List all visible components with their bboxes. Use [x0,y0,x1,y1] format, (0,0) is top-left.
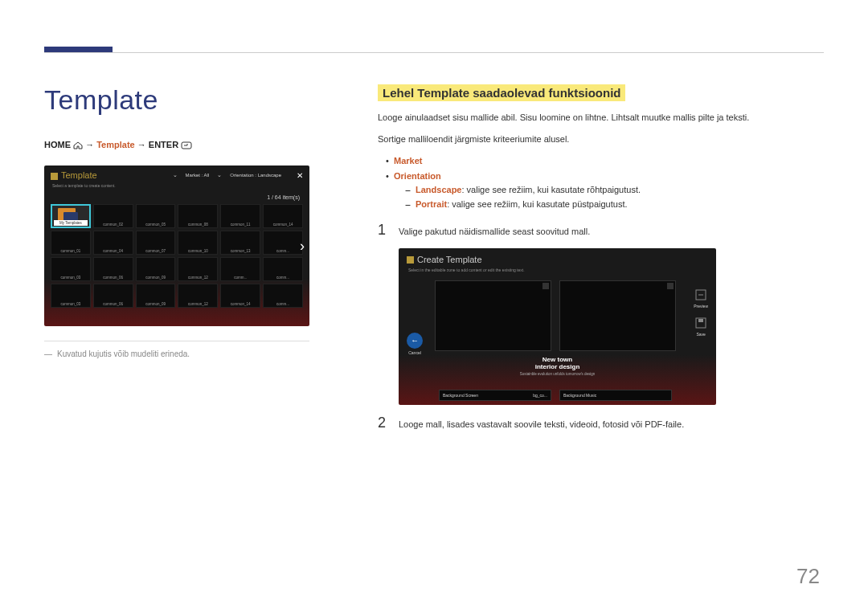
breadcrumb-arrow2: → [137,140,146,149]
left-column: Template HOME → Template → ENTER Templat… [44,84,334,441]
page-title: Template [44,84,334,116]
sub-bullet-portrait: ‒Portrait: valige see režiim, kui kasuta… [405,198,820,212]
ss1-filters: ⌄ Market : All ⌄ Orientation : Landscape [173,172,281,178]
save-icon [694,317,707,329]
template-cell: common_11 [220,204,260,228]
template-cell: common_12 [178,257,218,281]
divider [44,341,309,341]
template-list-screenshot: Template Select a template to create con… [44,166,309,326]
enter-icon [181,141,192,149]
template-cell: common_05 [136,204,176,228]
tab-background-music: Background Music [559,390,672,401]
template-cell: common_08 [178,204,218,228]
breadcrumb-home: HOME [44,140,71,149]
step-1-number: 1 [378,222,387,239]
breadcrumb-arrow1: → [85,140,94,149]
screenshot-caption: ―Kuvatud kujutis võib mudeliti erineda. [44,349,334,358]
template-cell: comm... [263,231,303,255]
create-template-screenshot: Create Template Select in the editable z… [399,248,716,405]
chevron-down-icon: ⌄ [217,172,222,178]
template-cell: common_09 [136,284,176,308]
step-1-text: Valige pakutud näidismallide seast soovi… [399,222,820,239]
template-cell: common_03 [51,257,91,281]
section-heading: Lehel Template saadaolevad funktsioonid [378,84,625,101]
caption-line2: interior design [399,363,716,370]
right-column: Lehel Template saadaolevad funktsioonid … [378,84,820,441]
ss2-subtitle: Select in the editable zone to add conte… [408,268,525,272]
template-cell: common_02 [93,204,133,228]
template-cell: comm... [263,257,303,281]
caption-line3: Sustainble evolution unfolds tomorrow's … [399,372,716,376]
ss1-title: Template [51,170,97,180]
template-cell: common_01 [51,231,91,255]
ss2-right-buttons: Preview Save [694,288,708,345]
breadcrumb: HOME → Template → ENTER [44,140,334,149]
template-cell: common_14 [263,204,303,228]
top-rule [44,52,824,53]
template-cell: common_04 [93,231,133,255]
chevron-down-icon: ⌄ [173,172,178,178]
intro-para-1: Looge ainulaadset sisu mallide abil. Sis… [378,111,820,125]
corner-icon [667,283,674,289]
template-cell: common_07 [136,231,176,255]
ss1-subtitle: Select a template to create content. [52,183,116,188]
template-cell: comm... [220,257,260,281]
ss2-tabs: Background Screenbg_co... Background Mus… [439,390,672,401]
preview-icon [694,288,707,301]
ss2-title: Create Template [407,255,482,264]
template-cell: common_14 [220,284,260,308]
back-icon: ← [407,333,423,349]
ss2-caption: New town interior design Sustainble evol… [399,356,716,376]
step-2-text: Looge mall, lisades vastavalt soovile te… [399,415,820,431]
step-2: 2 Looge mall, lisades vastavalt soovile … [378,415,820,431]
ss1-count: 1 / 64 item(s) [267,194,300,200]
intro-para-2: Sortige malliloendit järgmiste kriteeriu… [378,133,820,146]
tab-background-screen: Background Screenbg_co... [439,390,551,401]
page-number: 72 [796,564,820,589]
close-icon: ✕ [297,171,303,180]
ss1-grid: My Templates common_02 common_05 common_… [51,204,303,308]
template-cell: common_10 [178,231,218,255]
bullet-market: •Market [386,153,820,169]
breadcrumb-template: Template [96,140,134,149]
template-cell: comm... [263,284,303,308]
save-label: Save [694,332,708,337]
bullet-orientation: •Orientation [386,169,820,184]
preview-label: Preview [694,304,708,309]
chevron-right-icon: › [300,238,305,255]
template-cell: common_13 [220,231,260,255]
template-cell: common_06 [93,257,133,281]
editable-zone-1 [435,280,551,351]
corner-icon [542,283,549,289]
template-cell: common_03 [51,284,91,308]
sub-bullet-landscape: ‒Landscape: valige see režiim, kui kasut… [405,183,820,198]
svg-rect-3 [698,319,703,322]
step-1: 1 Valige pakutud näidismallide seast soo… [378,222,820,239]
step-2-number: 2 [378,415,387,431]
template-cell: common_09 [136,257,176,281]
accent-bar [44,47,113,52]
cancel-label: Cancel [407,350,423,355]
caption-line1: New town [399,356,716,363]
ss2-left-buttons: ← Cancel [407,333,423,355]
ss2-panes [435,280,676,351]
bullet-list: •Market •Orientation ‒Landscape: valige … [386,153,820,212]
template-cell: common_06 [93,284,133,308]
template-cell: common_12 [178,284,218,308]
template-cell-selected: My Templates [51,204,91,228]
breadcrumb-enter: ENTER [149,140,178,149]
editable-zone-2 [559,280,676,351]
home-icon [73,141,83,149]
